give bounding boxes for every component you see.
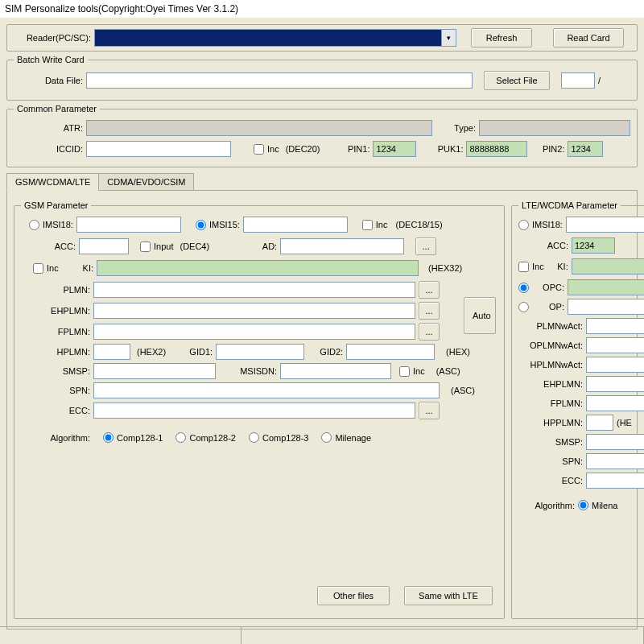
hplmn-input[interactable] bbox=[93, 344, 130, 360]
comp128-3-radio[interactable]: Comp128-3 bbox=[249, 432, 308, 443]
comp128-1-radio[interactable]: Comp128-1 bbox=[103, 432, 163, 443]
ad-browse-button[interactable]: ... bbox=[415, 237, 436, 255]
ecc-browse-button[interactable]: ... bbox=[419, 402, 440, 419]
plmn-input[interactable] bbox=[93, 282, 415, 298]
lte-op-radio[interactable] bbox=[518, 302, 529, 312]
dec4-label: (DEC4) bbox=[180, 242, 209, 251]
plmn-label: PLMN: bbox=[21, 285, 90, 295]
hex2-label: (HEX2) bbox=[137, 347, 166, 357]
data-file-label: Data File: bbox=[14, 76, 83, 85]
ecc-label: ECC: bbox=[21, 406, 90, 415]
data-file-input[interactable] bbox=[86, 72, 473, 89]
gid2-input[interactable] bbox=[346, 344, 435, 360]
gsm-legend: GSM Parameter bbox=[21, 200, 91, 210]
type-input[interactable] bbox=[479, 120, 630, 136]
same-with-lte-button[interactable]: Same with LTE bbox=[404, 586, 493, 605]
gid1-label: GID1: bbox=[169, 347, 213, 357]
lte-ki-input[interactable] bbox=[572, 258, 644, 275]
select-file-button[interactable]: Select File bbox=[484, 71, 550, 90]
atr-input[interactable] bbox=[86, 120, 432, 136]
reader-dropdown-body[interactable] bbox=[94, 29, 442, 47]
smsp-label: SMSP: bbox=[21, 366, 90, 376]
lte-imsi18-input[interactable] bbox=[566, 217, 644, 233]
tab-body: GSM Parameter IMSI18: IMSI15: Inc (DEC18… bbox=[6, 190, 638, 630]
spn-input[interactable] bbox=[93, 382, 440, 398]
lte-ki-inc-check[interactable]: Inc bbox=[518, 262, 544, 272]
window-title: SIM Personalize tools(Copyright:Oyei Tim… bbox=[0, 0, 644, 18]
hplmn-label: HPLMN: bbox=[21, 347, 90, 357]
ehplmn-input[interactable] bbox=[93, 303, 415, 319]
lte-ecc-label: ECC: bbox=[518, 476, 583, 485]
lte-legend: LTE/WCDMA Parameter bbox=[518, 200, 621, 210]
lte-ehplmn-input[interactable] bbox=[586, 376, 644, 392]
pin2-label: PIN2: bbox=[530, 144, 564, 154]
lte-opc-input[interactable] bbox=[568, 279, 644, 295]
plmn-browse-button[interactable]: ... bbox=[419, 281, 440, 299]
imsi18-radio[interactable]: IMSI18: bbox=[29, 220, 73, 230]
smsp-input[interactable] bbox=[93, 363, 216, 379]
imsi18-input[interactable] bbox=[76, 217, 181, 233]
batch-idx1-input[interactable] bbox=[561, 72, 595, 89]
lte-oplmnwact-input[interactable] bbox=[586, 337, 644, 353]
msisdn-label: MSISDN: bbox=[219, 366, 277, 376]
acc-input[interactable] bbox=[79, 238, 129, 254]
pin2-input[interactable] bbox=[568, 141, 603, 157]
iccid-input[interactable] bbox=[86, 141, 231, 157]
lte-acc-input[interactable] bbox=[572, 237, 615, 254]
lte-plmnwact-input[interactable] bbox=[586, 318, 644, 334]
lte-hpplmn-label: HPPLMN: bbox=[518, 418, 583, 427]
lte-hex-label: (HE bbox=[617, 418, 632, 427]
status-seg-2 bbox=[242, 627, 644, 644]
lte-smsp-input[interactable] bbox=[586, 434, 644, 450]
imsi15-input[interactable] bbox=[243, 217, 348, 233]
milenage-radio[interactable]: Milenage bbox=[321, 432, 371, 443]
gid1-input[interactable] bbox=[216, 344, 304, 360]
fplmn-input[interactable] bbox=[93, 324, 415, 340]
ecc-input[interactable] bbox=[93, 402, 415, 419]
lte-ecc-input[interactable] bbox=[586, 473, 644, 489]
ad-input[interactable] bbox=[280, 238, 404, 254]
tab-strip: GSM/WCDMA/LTE CDMA/EVDO/CSIM bbox=[6, 172, 638, 190]
lte-op-label: OP: bbox=[532, 302, 564, 312]
acc-input-check[interactable]: Input bbox=[140, 242, 173, 252]
other-files-button[interactable]: Other files bbox=[317, 586, 390, 605]
gsm-param-group: GSM Parameter IMSI18: IMSI15: Inc (DEC18… bbox=[14, 200, 505, 619]
gid2-label: GID2: bbox=[308, 347, 343, 357]
algorithm-label: Algorithm: bbox=[21, 433, 90, 443]
imsi-inc-check[interactable]: Inc bbox=[362, 220, 388, 230]
chevron-down-icon[interactable] bbox=[442, 29, 456, 47]
ki-inc-label: Inc bbox=[47, 263, 69, 273]
puk1-label: PUK1: bbox=[419, 144, 463, 154]
ki-input[interactable] bbox=[97, 260, 419, 276]
read-card-button[interactable]: Read Card bbox=[553, 28, 624, 47]
lte-opc-radio[interactable] bbox=[518, 283, 529, 293]
lte-spn-input[interactable] bbox=[586, 453, 644, 469]
ki-inc-check[interactable] bbox=[21, 263, 43, 274]
imsi15-radio[interactable]: IMSI15: bbox=[196, 220, 240, 230]
msisdn-inc-check[interactable]: Inc bbox=[399, 366, 425, 377]
lte-op-input[interactable] bbox=[568, 299, 644, 315]
fplmn-browse-button[interactable]: ... bbox=[419, 323, 440, 341]
lte-imsi18-radio[interactable]: IMSI18: bbox=[518, 220, 563, 230]
lte-hplmnwact-input[interactable] bbox=[586, 357, 644, 373]
refresh-button[interactable]: Refresh bbox=[471, 28, 532, 47]
reader-dropdown[interactable] bbox=[94, 29, 456, 47]
tab-cdma[interactable]: CDMA/EVDO/CSIM bbox=[98, 173, 194, 190]
ad-label: AD: bbox=[213, 242, 277, 251]
msisdn-input[interactable] bbox=[280, 363, 391, 379]
ehplmn-browse-button[interactable]: ... bbox=[419, 302, 440, 320]
inc-iccid-check[interactable]: Inc bbox=[254, 144, 279, 155]
lte-fplmn-input[interactable] bbox=[586, 395, 644, 411]
comp128-2-radio[interactable]: Comp128-2 bbox=[175, 432, 235, 443]
atr-label: ATR: bbox=[14, 123, 83, 133]
acc-label: ACC: bbox=[21, 242, 76, 251]
reader-label: Reader(PC/SC): bbox=[10, 33, 91, 43]
auto-button[interactable]: Auto bbox=[464, 297, 496, 334]
lte-hpplmn-input[interactable] bbox=[586, 415, 613, 431]
tab-gsm[interactable]: GSM/WCDMA/LTE bbox=[6, 173, 99, 191]
lte-milenage-radio[interactable]: Milena bbox=[578, 500, 617, 510]
lte-param-group: LTE/WCDMA Parameter IMSI18: ACC: Inc KI:… bbox=[511, 200, 644, 619]
puk1-input[interactable] bbox=[466, 141, 527, 157]
type-label: Type: bbox=[436, 123, 476, 133]
pin1-input[interactable] bbox=[373, 141, 416, 157]
